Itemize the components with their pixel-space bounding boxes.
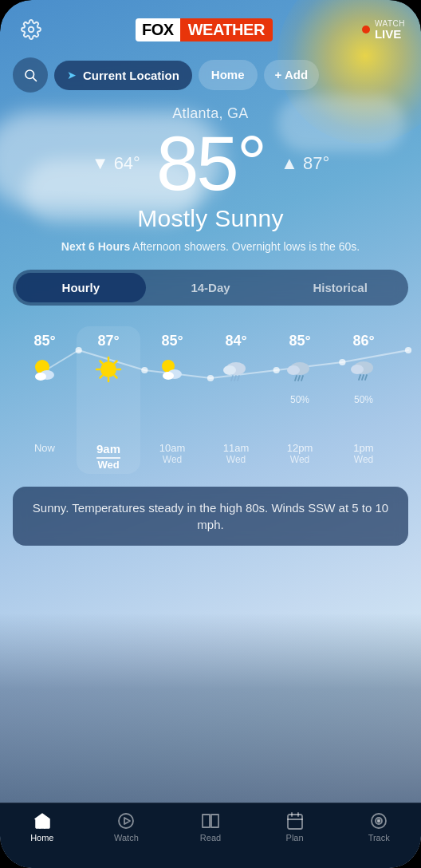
hourly-icon-12pm [285,354,315,391]
location-arrow-icon: ➤ [67,69,77,81]
svg-line-18 [100,361,103,364]
current-location-label: Current Location [83,69,179,82]
hourly-item-now: 85° Now [13,326,77,474]
arrow-up-icon: ▲ 87° [281,153,329,174]
forecast-text: Next 6 Hours Afternoon showers. Overnigh… [16,239,405,255]
svg-point-0 [29,27,34,33]
temperature-high: ▲ 87° [281,153,329,174]
svg-line-34 [301,376,303,381]
svg-line-20 [115,361,117,364]
fox-weather-logo: FOX WEATHER [136,18,273,41]
tab-14day[interactable]: 14-Day [146,273,276,302]
weather-main: Atlanta, GA ▼ 64° 85° ▲ 87° Mostly Sunny… [0,97,421,258]
nav-watch-label: Watch [114,833,139,842]
svg-line-37 [359,375,360,380]
nav-read[interactable]: Read [168,811,253,842]
settings-icon[interactable] [16,14,46,45]
watch-icon [116,811,136,831]
live-indicator [362,26,370,34]
hourly-temp-now: 85° [33,333,55,349]
logo-fox: FOX [136,18,180,41]
hourly-time-1pm: 1pm [353,442,373,454]
hourly-temp-10am: 85° [161,333,183,349]
hourly-time-now: Now [34,442,55,454]
svg-line-21 [100,376,103,378]
forecast-tabs: Hourly 14-Day Historical [13,270,408,306]
temperature-low: ▼ 64° [92,153,140,174]
current-location-button[interactable]: ➤ Current Location [54,61,192,90]
hourly-icon-11am [221,354,251,391]
hourly-item-2pm: 87° 50% 2pm Wed [395,326,408,474]
hourly-icon-now [30,354,60,391]
forecast-bold: Next 6 Hours [61,240,130,253]
hourly-temp-9am: 87° [97,333,119,349]
hourly-icon-9am [93,354,124,391]
live-label: LIVE [375,28,405,40]
search-button[interactable] [13,57,48,93]
hourly-time-10am: 10am [159,442,186,454]
svg-line-28 [234,376,236,381]
hourly-item-10am: 85° 10am Wed [140,326,204,474]
watch-live-button[interactable]: WATCH LIVE [362,20,405,40]
svg-point-12 [35,373,46,381]
svg-rect-47 [288,815,302,829]
hourly-item-9am: 87° [77,326,140,474]
svg-point-45 [119,814,133,828]
hourly-icon-10am [157,354,187,391]
svg-line-33 [298,376,300,381]
read-icon [201,811,220,831]
tab-historical[interactable]: Historical [275,273,405,302]
bottom-nav: Home Watch Read Plan [0,803,421,868]
header: FOX WEATHER WATCH LIVE [0,0,421,53]
weather-condition: Mostly Sunny [16,205,405,232]
location-bar: ➤ Current Location Home + Add [0,53,421,97]
nav-home[interactable]: Home [0,811,85,842]
hourly-precip-12pm: 50% [290,394,309,405]
logo-weather: WEATHER [180,18,273,41]
svg-line-32 [295,376,297,381]
nav-read-label: Read [200,833,221,842]
svg-point-31 [287,365,300,375]
add-location-label: + Add [275,68,309,81]
nav-home-label: Home [30,833,53,842]
track-icon [369,811,388,831]
summary-text: Sunny. Temperatures steady in the high 8… [27,499,394,533]
city-name: Atlanta, GA [16,105,405,122]
svg-marker-46 [124,818,130,824]
svg-line-29 [238,376,239,381]
hourly-section: 85° Now 87° [0,318,421,474]
svg-line-27 [231,376,233,381]
hourly-temp-1pm: 86° [352,333,374,349]
hourly-icon-1pm [348,354,379,391]
plan-icon [285,811,305,831]
arrow-down-icon: ▼ 64° [92,153,140,174]
svg-point-53 [378,820,380,823]
hourly-time-12pm: 12pm [287,442,313,454]
nav-plan-label: Plan [286,833,304,842]
watch-label: WATCH [375,20,405,28]
svg-line-38 [362,375,364,380]
tab-hourly[interactable]: Hourly [16,273,146,302]
add-location-button[interactable]: + Add [264,60,320,90]
hourly-temp-12pm: 85° [289,333,310,349]
hourly-time-9am: 9am [96,442,120,459]
hourly-day-12pm: Wed [290,454,309,465]
hourly-item-11am: 84° 11am Wed [204,326,268,474]
nav-watch[interactable]: Watch [85,811,169,842]
hourly-temp-11am: 84° [225,333,246,349]
svg-point-36 [351,365,364,374]
nav-track[interactable]: Track [336,811,421,842]
nav-track-label: Track [368,833,390,842]
hourly-scroll[interactable]: 85° Now 87° [13,318,408,474]
svg-point-26 [223,365,236,375]
svg-line-39 [365,375,367,380]
nav-plan[interactable]: Plan [253,811,337,842]
hourly-day-9am: Wed [97,459,119,471]
svg-line-19 [115,376,117,378]
hourly-day-10am: Wed [163,454,182,465]
svg-point-24 [163,372,174,380]
hourly-day-11am: Wed [226,454,246,465]
hourly-precip-1pm: 50% [354,394,373,405]
forecast-detail: Afternoon showers. Overnight lows is the… [130,240,360,253]
home-location-button[interactable]: Home [199,60,258,90]
